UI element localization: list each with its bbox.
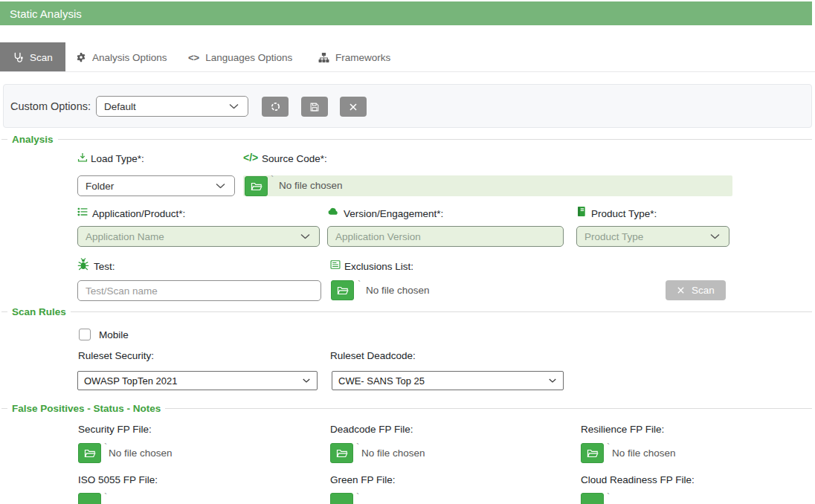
source-code-label: Source Code*:: [262, 153, 327, 164]
application-product-select[interactable]: Application Name: [77, 226, 320, 247]
green-fp-browse-button[interactable]: [330, 493, 353, 504]
cloud-readiness-fp-browse-button[interactable]: [581, 493, 604, 504]
false-positives-legend-label: False Positives - Status - Notes: [12, 403, 161, 414]
cloud-readiness-fp-label: Cloud Readiness FP File:: [581, 474, 695, 485]
version-engagement-placeholder: Application Version: [335, 231, 421, 242]
chevron-down-icon: [710, 234, 720, 239]
resilience-fp-label: Resilience FP File:: [581, 424, 664, 435]
folder-open-icon: [336, 448, 348, 459]
mobile-checkbox[interactable]: [79, 329, 91, 340]
chevron-down-icon: [229, 104, 239, 109]
source-code-browse-button[interactable]: [245, 176, 268, 196]
folder-open-icon: [84, 448, 96, 459]
chevron-down-icon: [303, 378, 310, 383]
save-button[interactable]: [301, 97, 328, 117]
code-brackets-icon: <>: [188, 52, 199, 63]
exclusions-browse-button[interactable]: [331, 280, 354, 300]
chevron-down-icon: [300, 234, 310, 239]
product-type-placeholder: Product Type: [584, 231, 643, 242]
green-fp-label: Green FP File:: [330, 474, 396, 485]
title-bar: Static Analysis: [0, 1, 812, 25]
test-name-placeholder: Test/Scan name: [86, 285, 158, 297]
exclusions-list-icon: [330, 259, 341, 270]
close-icon: [677, 286, 685, 294]
file-input-tick: `: [607, 491, 610, 503]
exclusions-list-label: Exclusions List:: [344, 261, 413, 272]
source-code-file-text: No file chosen: [279, 175, 343, 196]
file-input-tick: `: [104, 442, 107, 453]
tab-languages-options-label: Languages Options: [205, 52, 292, 63]
cloud-icon: [327, 206, 339, 217]
load-type-value: Folder: [86, 181, 114, 192]
custom-options-value: Default: [104, 101, 136, 112]
tab-scan[interactable]: Scan: [0, 42, 65, 72]
chevron-down-icon: [216, 184, 225, 189]
deadcode-fp-browse-button[interactable]: [330, 443, 353, 463]
analysis-legend-label: Analysis: [12, 134, 54, 145]
custom-options-panel: Custom Options: Default: [3, 84, 812, 128]
clear-button[interactable]: [340, 97, 367, 117]
custom-options-select[interactable]: Default: [96, 96, 248, 117]
tabbar-divider: [0, 71, 815, 72]
page-title: Static Analysis: [10, 7, 82, 20]
application-product-placeholder: Application Name: [86, 231, 164, 242]
file-input-tick: `: [607, 442, 610, 453]
folder-open-icon: [251, 181, 262, 192]
tab-languages-options[interactable]: <> Languages Options: [188, 42, 292, 72]
deadcode-fp-label: Deadcode FP File:: [330, 424, 413, 435]
ruleset-deadcode-value: CWE- SANS Top 25: [338, 375, 425, 387]
spinner-icon: [270, 101, 281, 112]
tab-frameworks-label: Frameworks: [335, 52, 390, 63]
bug-icon: [77, 258, 89, 271]
ruleset-security-select[interactable]: OWASP TopTen 2021: [77, 371, 318, 390]
security-fp-file-text: No file chosen: [109, 443, 173, 463]
stethoscope-icon: [13, 52, 24, 63]
product-type-label: Product Type*:: [591, 208, 657, 219]
sitemap-icon: [318, 52, 329, 63]
product-type-select[interactable]: Product Type: [576, 226, 729, 247]
file-input-tick: `: [356, 491, 359, 503]
security-fp-browse-button[interactable]: [78, 443, 101, 463]
list-icon: [77, 207, 88, 217]
folder-open-icon: [337, 285, 349, 296]
ruleset-deadcode-select[interactable]: CWE- SANS Top 25: [332, 371, 564, 390]
application-product-label: Application/Product*:: [92, 208, 185, 219]
analysis-legend: Analysis: [1, 134, 812, 145]
static-analysis-page: Static Analysis Scan Analysis Options <>…: [0, 0, 815, 504]
tab-analysis-options-label: Analysis Options: [92, 52, 167, 63]
deadcode-fp-file-text: No file chosen: [361, 443, 425, 463]
file-input-tick: `: [356, 442, 359, 453]
book-icon: [576, 206, 587, 217]
download-icon: [77, 152, 88, 163]
file-input-tick: `: [271, 174, 274, 185]
folder-open-icon: [587, 448, 599, 459]
close-icon: [349, 103, 358, 112]
scan-button[interactable]: Scan: [666, 280, 726, 300]
resilience-fp-file-text: No file chosen: [612, 443, 676, 463]
refresh-button[interactable]: [262, 97, 289, 117]
false-positives-legend: False Positives - Status - Notes: [1, 403, 812, 414]
source-code-icon: </>: [243, 152, 258, 164]
scan-rules-legend-label: Scan Rules: [12, 306, 66, 317]
file-input-tick: `: [358, 279, 361, 290]
file-input-tick: `: [104, 491, 107, 503]
resilience-fp-browse-button[interactable]: [581, 443, 604, 463]
test-label: Test:: [94, 261, 115, 272]
chevron-down-icon: [549, 378, 556, 383]
iso5055-fp-browse-button[interactable]: [78, 493, 101, 504]
tab-frameworks[interactable]: Frameworks: [318, 42, 390, 72]
test-name-input[interactable]: Test/Scan name: [77, 280, 321, 301]
save-icon: [309, 102, 320, 112]
version-engagement-input[interactable]: Application Version: [327, 226, 564, 247]
custom-options-label: Custom Options:: [10, 85, 91, 127]
tab-analysis-options[interactable]: Analysis Options: [76, 42, 167, 72]
exclusions-file-text: No file chosen: [366, 280, 430, 300]
scan-rules-legend: Scan Rules: [1, 306, 812, 317]
load-type-select[interactable]: Folder: [77, 175, 235, 196]
iso5055-fp-label: ISO 5055 FP File:: [78, 474, 158, 485]
gear-icon: [76, 52, 86, 62]
scan-button-label: Scan: [692, 285, 715, 296]
ruleset-deadcode-label: Ruleset Deadcode:: [330, 350, 416, 361]
version-engagement-label: Version/Engagement*:: [344, 208, 443, 219]
tab-scan-label: Scan: [30, 52, 53, 63]
